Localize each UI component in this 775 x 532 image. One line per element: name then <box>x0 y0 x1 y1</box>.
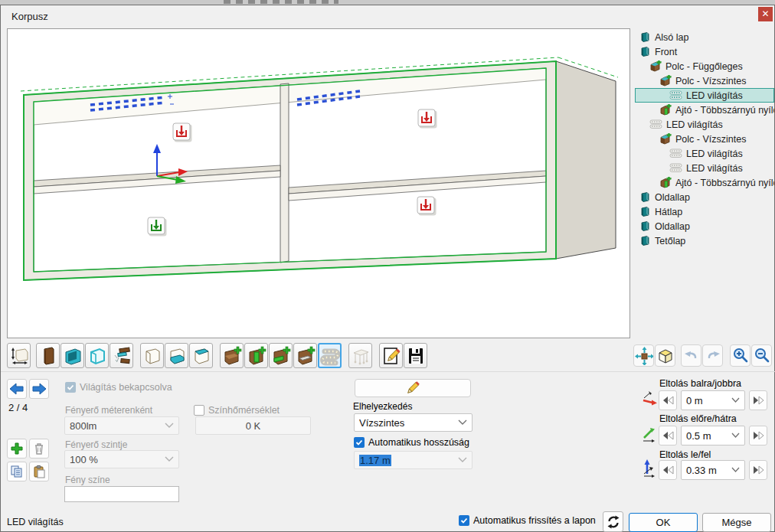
offset-ud-increase-button[interactable] <box>749 460 767 480</box>
corpus-parts-icon[interactable] <box>110 343 133 368</box>
tree-item-front[interactable]: Front <box>635 44 774 59</box>
length-select[interactable]: 1.17 m <box>354 451 473 469</box>
tree-item-label: Polc - Vízszintes <box>675 76 746 86</box>
tree-item-label: Oldallap <box>655 192 690 203</box>
bottom-panel-icon[interactable] <box>165 343 188 368</box>
close-icon[interactable]: ✕ <box>758 7 773 21</box>
toolbar-divider <box>1 371 775 372</box>
selected-text: 1.17 m <box>359 455 391 466</box>
next-item-button[interactable] <box>29 379 49 399</box>
tree-item-led-vil-g-t-s[interactable]: LED világítás <box>635 161 774 175</box>
light-color-label: Fény színe <box>65 475 110 485</box>
panel-icon <box>639 46 651 57</box>
korpusz-dialog: Korpusz ✕ <box>0 5 775 532</box>
tree-item-oldallap[interactable]: Oldallap <box>635 219 774 233</box>
add-shelf-icon[interactable] <box>220 343 244 368</box>
pencil-icon <box>404 380 421 397</box>
delete-button[interactable] <box>29 439 49 459</box>
item-counter: 2 / 4 <box>8 402 28 413</box>
tree-item-led-vil-g-t-s[interactable]: LED világítás <box>635 117 774 132</box>
panel-icon <box>639 206 651 217</box>
color-temp-checkbox[interactable]: Színhőmérséklet <box>194 405 280 416</box>
previous-item-button[interactable] <box>7 379 27 399</box>
offset-lr-label: Eltolás balra/jobbra <box>659 378 741 389</box>
placement-label: Elhelyezkedés <box>353 401 412 412</box>
tree-item-tet-lap[interactable]: Tetőlap <box>635 233 774 248</box>
add-front-panel-icon[interactable] <box>269 343 293 368</box>
offset-fb-select[interactable]: 0.5 m <box>681 426 745 446</box>
view-cube-icon[interactable] <box>655 344 675 367</box>
carcass-wireframe-icon[interactable] <box>140 343 164 368</box>
tree-item-led-vil-g-t-s[interactable]: LED világítás <box>635 88 774 103</box>
offset-lr-increase-button[interactable] <box>749 390 767 410</box>
edit-led-button[interactable] <box>355 379 471 397</box>
refresh-button[interactable] <box>603 511 623 532</box>
tree-item-als-lap[interactable]: Alsó lap <box>635 30 774 44</box>
zoom-out-icon[interactable] <box>751 344 772 367</box>
offset-ud-label: Eltolás le/fel <box>659 449 711 460</box>
tree-item-h-tlap[interactable]: Hátlap <box>635 204 774 219</box>
corpus-wireframe-icon[interactable] <box>85 343 109 368</box>
undo-icon <box>681 344 701 367</box>
door-part-icon <box>659 177 672 188</box>
edit-document-icon[interactable] <box>379 343 403 368</box>
3d-viewport[interactable] <box>7 28 630 338</box>
insert-marker-green[interactable] <box>148 217 167 237</box>
move-icon[interactable] <box>633 344 654 367</box>
tree-item-polc-v-zszintes[interactable]: Polc - Vízszintes <box>635 132 774 146</box>
offset-fb-decrease-button[interactable] <box>659 426 677 446</box>
cancel-button[interactable]: Mégse <box>702 513 771 532</box>
offset-fb-increase-button[interactable] <box>749 426 767 446</box>
lighting-on-checkbox[interactable]: Világítás bekapcsolva <box>65 382 172 393</box>
offset-lr-select[interactable]: 0 m <box>681 390 745 410</box>
axis-fb-icon <box>642 424 657 444</box>
offset-ud-select[interactable]: 0.33 m <box>681 460 745 480</box>
checkbox-check-icon <box>354 437 365 448</box>
tree-item-polc-f-gg-leges[interactable]: Polc - Függőleges <box>635 59 774 73</box>
offset-lr-decrease-button[interactable] <box>659 390 677 410</box>
front-panel-icon[interactable] <box>36 343 60 368</box>
toolbar <box>1 342 775 371</box>
add-drawer-icon[interactable] <box>293 343 317 368</box>
save-icon[interactable] <box>404 343 427 368</box>
copy-button[interactable] <box>7 462 27 481</box>
offset-fb-label: Eltolás előre/hátra <box>659 413 737 424</box>
top-panel-icon[interactable] <box>189 343 213 368</box>
tree-item-oldallap[interactable]: Oldallap <box>635 190 774 204</box>
tree-item-label: Hátlap <box>655 207 682 217</box>
panel-icon <box>639 220 651 232</box>
tree-item-ajt-t-bbsz-rny-ny-l-[interactable]: Ajtó - Többszárnyú nyíló <box>635 175 774 190</box>
placement-select[interactable]: Vízszintes <box>354 413 473 432</box>
auto-length-checkbox[interactable]: Automatikus hosszúság <box>354 437 469 448</box>
add-button[interactable] <box>7 439 27 459</box>
tree-item-label: Oldallap <box>655 221 690 232</box>
led-strip-icon <box>669 149 682 158</box>
ok-button[interactable]: OK <box>629 513 698 532</box>
tree-item-label: LED világítás <box>666 119 723 130</box>
insert-marker-red[interactable] <box>418 109 437 129</box>
insert-marker-red[interactable] <box>173 123 192 142</box>
redo-icon <box>702 344 723 367</box>
checkbox-check-icon <box>65 382 76 393</box>
paste-button[interactable] <box>29 462 49 481</box>
tree-item-ajt-t-bbsz-rny-ny-l-[interactable]: Ajtó - Többszárnyú nyíló <box>635 103 774 117</box>
light-color-field[interactable] <box>64 486 179 502</box>
led-strip-icon <box>669 163 682 173</box>
corpus-open-icon[interactable] <box>60 343 84 368</box>
zoom-in-icon[interactable] <box>730 344 750 367</box>
offset-ud-decrease-button[interactable] <box>659 460 677 480</box>
insert-marker-red[interactable] <box>417 197 437 216</box>
led-strip-icon[interactable] <box>318 343 342 368</box>
color-temp-field: 0 K <box>195 416 311 435</box>
tree-item-led-vil-g-t-s[interactable]: LED világítás <box>635 146 774 161</box>
auto-refresh-checkbox[interactable]: Automatikus frissítés a lapon <box>459 515 596 526</box>
title-bar[interactable]: Korpusz ✕ <box>1 5 774 28</box>
add-door-icon[interactable] <box>244 343 268 368</box>
tree-item-polc-v-zszintes[interactable]: Polc - Vízszintes <box>635 73 774 88</box>
brightness-level-label: Fényerő szintje <box>65 439 127 450</box>
cabinet-drawing <box>8 29 629 338</box>
brightness-per-meter-label: Fényerő méterenként <box>65 405 152 416</box>
tree-item-label: Front <box>655 47 677 57</box>
corpus-dimensions-icon[interactable] <box>7 343 31 368</box>
tree-item-label: Polc - Vízszintes <box>675 134 746 145</box>
